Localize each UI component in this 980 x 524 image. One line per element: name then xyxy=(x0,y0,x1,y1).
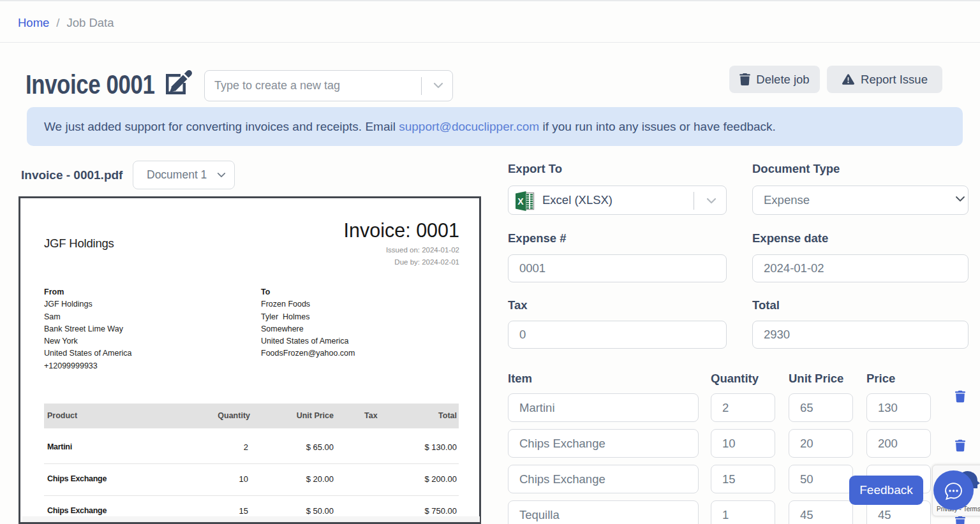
svg-text:X: X xyxy=(517,196,524,207)
